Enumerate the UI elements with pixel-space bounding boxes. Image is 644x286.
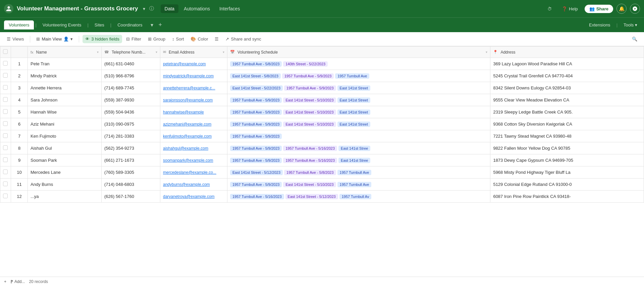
group-button[interactable]: ⊞ Group [145,35,168,43]
row-phone[interactable]: (559) 504-9436 [102,106,160,118]
hidden-fields-button[interactable]: 👁 3 hidden fields [83,35,122,43]
row-name[interactable]: Mercedes Lane [28,166,102,178]
tab-sites[interactable]: Sites [90,20,109,29]
nav-interfaces[interactable]: Interfaces [215,4,244,13]
row-phone[interactable]: (661) 271-1673 [102,154,160,166]
row-checkbox[interactable] [3,133,8,138]
share-sync-button[interactable]: ↗ Share and sync [223,35,264,43]
tab-volunteering-events[interactable]: Volunteering Events [38,20,86,29]
row-name[interactable]: Hannah Wise [28,106,102,118]
row-phone[interactable]: (714) 689-7745 [102,82,160,94]
row-schedule[interactable]: 1957 Turnbull Ave - 5/9/2023 [227,130,490,142]
select-all-checkbox[interactable] [3,49,8,54]
tools-button[interactable]: Tools ▾ [621,21,640,29]
row-checkbox[interactable] [3,157,8,162]
nav-data[interactable]: Data [161,4,179,13]
row-phone[interactable]: (714) 048-6803 [102,178,160,191]
row-schedule[interactable]: 1957 Turnbull Ave - 5/9/2023East 141st S… [227,94,490,106]
row-schedule[interactable]: East 141st Street - 5/22/20231957 Turnbu… [227,82,490,94]
tab-volunteers[interactable]: Volunteers [4,20,34,29]
schedule-tag: 1957 Turnbull Ave - 5/9/2023 [230,122,282,127]
row-schedule[interactable]: East 141st Street - 5/12/20231957 Turnbu… [227,166,490,178]
row-checkbox[interactable] [3,109,8,114]
filter-button[interactable]: ⊟ Filter [123,35,144,43]
row-checkbox[interactable] [3,61,8,66]
views-toggle[interactable]: ☰ Views [4,35,26,43]
share-button[interactable]: 👥 Share [585,5,613,13]
row-checkbox[interactable] [3,182,8,186]
row-schedule[interactable]: 1957 Turnbull Ave - 5/9/2023East 141st S… [227,178,490,191]
add-from-button[interactable]: ⁋ Add... [10,279,25,284]
history-button[interactable]: ⏱ [544,5,555,13]
row-email[interactable]: hannahwise@example [160,106,227,118]
row-phone[interactable]: (562) 354-9273 [102,142,160,154]
row-checkbox-cell [0,70,11,82]
row-checkbox[interactable] [3,145,8,150]
extensions-button[interactable]: Extensions [586,21,613,29]
header-email-col[interactable]: ✉ Email Address ▾ [160,47,227,58]
row-email[interactable]: sarajonsson@example.com [160,94,227,106]
color-button[interactable]: 🎨 Color [188,35,211,43]
search-button[interactable]: 🔍 [629,35,640,43]
row-name[interactable]: Annette Herrera [28,82,102,94]
row-name[interactable]: Pete Tran [28,58,102,70]
fields-icon-button[interactable]: ☰ [212,35,221,43]
row-schedule[interactable]: 1957 Turnbull Ave - 5/9/20231957 Turnbul… [227,142,490,154]
tab-coordinators[interactable]: Coordinators [113,20,147,29]
row-checkbox[interactable] [3,194,8,198]
row-email[interactable]: petetran@example.com [160,58,227,70]
header-name-col[interactable]: fx Name ▾ [28,47,102,58]
info-icon[interactable]: ⓘ [149,6,154,12]
help-button[interactable]: ❓ Help [558,5,581,13]
row-email[interactable]: andyburns@example.com [160,178,227,191]
row-email[interactable]: aishahgul@example.com [160,142,227,154]
row-name[interactable]: Aishah Gul [28,142,102,154]
row-email[interactable]: soomanpark@example.com [160,154,227,166]
header-phone-col[interactable]: ☎ Telephone Numb... ▾ [102,47,160,58]
row-email[interactable]: mindypatrick@example.com [160,70,227,82]
row-name[interactable]: ...ya [28,191,102,203]
notifications-button[interactable]: 🔔 [616,4,627,14]
row-checkbox[interactable] [3,73,8,78]
nav-automations[interactable]: Automations [180,4,214,13]
grid-icon: ⊞ [36,37,40,42]
row-email[interactable]: annetteherrera@example.c... [160,82,227,94]
row-phone[interactable]: (714) 281-3383 [102,130,160,142]
row-schedule[interactable]: 1957 Turnbull Ave - 5/16/2023East 141st … [227,191,490,203]
row-phone[interactable]: (510) 966-8796 [102,70,160,82]
sort-button[interactable]: ↕ Sort [169,35,186,43]
row-checkbox[interactable] [3,121,8,126]
row-email[interactable]: mercedeslane@example.co... [160,166,227,178]
row-name[interactable]: Andy Burns [28,178,102,191]
row-checkbox[interactable] [3,85,8,90]
row-schedule[interactable]: 1957 Turnbull Ave - 5/9/2023East 141st S… [227,106,490,118]
row-phone[interactable]: (661) 631-0460 [102,58,160,70]
row-name[interactable]: Ken Fujimoto [28,130,102,142]
row-name[interactable]: Sooman Park [28,154,102,166]
row-schedule[interactable]: 1957 Turnbull Ave - 5/9/2023East 141st S… [227,118,490,130]
row-checkbox[interactable] [3,97,8,102]
row-schedule[interactable]: 1957 Turnbull Ave - 5/9/20231957 Turnbul… [227,154,490,166]
row-email[interactable]: azizmehani@example.com [160,118,227,130]
row-phone[interactable]: (559) 387-9930 [102,94,160,106]
header-schedule-col[interactable]: 📅 Volunteering Schedule ▾ [227,47,490,58]
row-schedule[interactable]: East 141st Street - 5/8/20231957 Turnbul… [227,70,490,82]
row-name[interactable]: Aziz Mehani [28,118,102,130]
user-avatar[interactable] [630,4,640,14]
tab-more-button[interactable]: ▾ [148,20,156,29]
row-email[interactable]: kenfujimoto@example.com [160,130,227,142]
row-name[interactable]: Sara Johnson [28,94,102,106]
schedule-tag: 1957 Turnbull Ave - 5/9/2023 [284,85,336,91]
row-phone[interactable]: (310) 090-0975 [102,118,160,130]
add-row-button[interactable]: + [4,279,6,284]
header-address-col[interactable]: 📍 Address [490,47,644,58]
row-email[interactable]: daryanetroya@example.com [160,191,227,203]
row-schedule[interactable]: 1957 Turnbull Ave - 5/8/2023140th Street… [227,58,490,70]
main-view-button[interactable]: ⊞ Main View 👤 ▾ [34,35,75,43]
tab-add-button[interactable]: + [157,21,164,29]
row-checkbox[interactable] [3,169,8,174]
row-name[interactable]: Mindy Patrick [28,70,102,82]
title-chevron-icon[interactable]: ▾ [143,6,145,11]
row-phone[interactable]: (760) 589-3305 [102,166,160,178]
row-phone[interactable]: (626) 567-1760 [102,191,160,203]
